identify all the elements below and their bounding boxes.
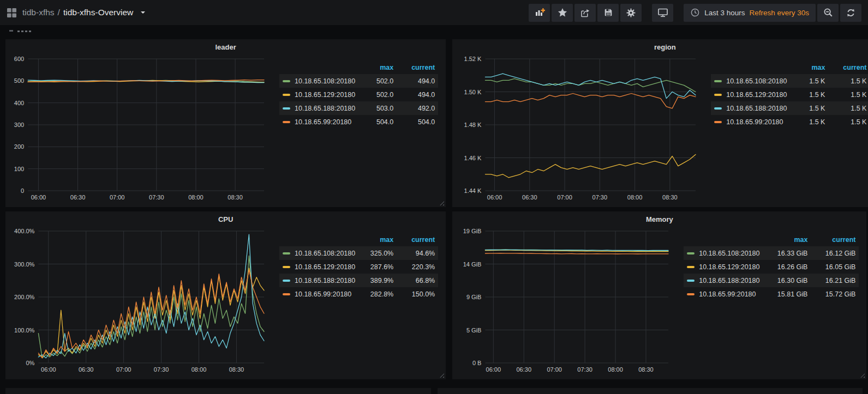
legend-row[interactable]: 10.18.65.188:20180503.0492.0 xyxy=(279,101,438,115)
series-swatch-icon xyxy=(687,293,695,295)
time-picker-button[interactable]: Last 3 hours Refresh every 30s xyxy=(684,4,816,22)
legend-column-current[interactable]: current xyxy=(825,64,868,71)
panel-title-region[interactable]: region xyxy=(458,41,868,53)
y-axis-tick-label: 1.52 K xyxy=(464,56,482,62)
legend-row[interactable]: 10.18.65.99:20180504.0504.0 xyxy=(279,115,438,129)
breadcrumb-dashboard-title[interactable]: tidb-xfhs-Overview xyxy=(63,8,133,17)
legend-column-current[interactable]: current xyxy=(393,236,438,244)
series-name[interactable]: 10.18.65.129:20180 xyxy=(295,91,355,99)
tv-mode-button[interactable] xyxy=(652,4,673,22)
legend-column-max[interactable]: max xyxy=(759,236,807,244)
legend-column-current[interactable]: current xyxy=(807,236,859,244)
legend-row[interactable]: 10.18.65.129:2018016.26 GiB16.05 GiB xyxy=(684,260,859,274)
chart-canvas-region[interactable]: 06:0006:3007:0007:3008:0008:301.44 K1.46… xyxy=(458,53,703,203)
series-name[interactable]: 10.18.65.188:20180 xyxy=(699,277,759,284)
series-name[interactable]: 10.18.65.99:20180 xyxy=(726,118,783,126)
series-current-value: 504.0 xyxy=(393,118,438,126)
legend-row[interactable]: 10.18.65.188:2018016.30 GiB16.21 GiB xyxy=(684,274,859,287)
panel-title-memory[interactable]: Memory xyxy=(458,214,861,226)
series-name[interactable]: 10.18.65.188:20180 xyxy=(726,105,787,112)
x-axis-tick-label: 06:00 xyxy=(487,194,502,201)
series-swatch-icon xyxy=(687,266,695,268)
legend-header: maxcurrent xyxy=(279,61,438,74)
x-axis-tick-label: 07:00 xyxy=(558,194,573,201)
series-name[interactable]: 10.18.65.108:20180 xyxy=(726,77,787,85)
legend-row[interactable]: 10.18.65.99:201801.5 K1.5 K xyxy=(711,115,868,129)
series-swatch-icon xyxy=(283,107,290,110)
panel-cpu: CPU 06:0006:3007:0007:3008:0008:300%100.… xyxy=(5,211,446,379)
add-panel-icon xyxy=(534,7,545,18)
series-max-value: 16.30 GiB xyxy=(759,277,807,284)
legend-row[interactable]: 10.18.65.129:20180502.0494.0 xyxy=(279,88,438,101)
legend-row[interactable]: 10.18.65.108:20180502.0494.0 xyxy=(279,74,438,88)
chart-region[interactable]: 06:0006:3007:0007:3008:0008:301.44 K1.46… xyxy=(458,53,703,203)
series-swatch-icon xyxy=(687,280,695,282)
peek-collapse-icon xyxy=(9,30,13,32)
legend-cpu: maxcurrent10.18.65.108:20180325.0%94.6%1… xyxy=(272,226,440,375)
panel-resize-handle[interactable] xyxy=(440,201,444,205)
legend-column-max[interactable]: max xyxy=(355,64,393,71)
legend-row[interactable]: 10.18.65.99:20180282.8%150.0% xyxy=(279,287,438,301)
star-button[interactable] xyxy=(552,4,573,22)
series-swatch-icon xyxy=(283,121,290,123)
series-line xyxy=(38,234,264,358)
y-axis-tick-label: 0% xyxy=(26,360,34,366)
chart-canvas-leader[interactable]: 06:0006:3007:0007:3008:0008:300100200300… xyxy=(11,53,272,203)
panel-resize-handle[interactable] xyxy=(860,373,865,378)
legend-column-current[interactable]: current xyxy=(393,64,438,71)
chart-memory[interactable]: 06:0006:3007:0007:3008:0008:300 B5 GiB9 … xyxy=(458,226,676,375)
series-max-value: 287.6% xyxy=(355,263,393,271)
series-name[interactable]: 10.18.65.108:20180 xyxy=(295,77,355,85)
chart-canvas-memory[interactable]: 06:0006:3007:0007:3008:0008:300 B5 GiB9 … xyxy=(458,226,676,375)
y-axis-tick-label: 300.0% xyxy=(14,261,35,268)
y-axis-tick-label: 200.0% xyxy=(14,294,35,300)
series-max-value: 16.33 GiB xyxy=(759,250,807,257)
chart-cpu[interactable]: 06:0006:3007:0007:3008:0008:300%100.0%20… xyxy=(11,226,272,375)
legend-row[interactable]: 10.18.65.188:20180389.9%66.8% xyxy=(279,274,438,287)
panel-title-leader[interactable]: leader xyxy=(11,41,440,53)
chart-canvas-cpu[interactable]: 06:0006:3007:0007:3008:0008:300%100.0%20… xyxy=(11,226,272,375)
gear-icon xyxy=(626,8,636,18)
legend-column-max[interactable]: max xyxy=(787,64,825,71)
series-swatch-icon xyxy=(687,252,695,254)
series-name[interactable]: 10.18.65.99:20180 xyxy=(295,118,351,126)
series-name[interactable]: 10.18.65.129:20180 xyxy=(699,263,759,271)
series-swatch-icon xyxy=(283,280,290,282)
series-name[interactable]: 10.18.65.99:20180 xyxy=(699,290,756,298)
legend-row[interactable]: 10.18.65.129:201801.5 K1.5 K xyxy=(711,88,868,101)
series-current-value: 1.5 K xyxy=(825,105,868,112)
panel-title-cpu[interactable]: CPU xyxy=(11,214,440,226)
series-max-value: 504.0 xyxy=(355,118,393,126)
star-icon xyxy=(558,8,567,17)
legend-row[interactable]: 10.18.65.188:201801.5 K1.5 K xyxy=(711,101,868,115)
series-name[interactable]: 10.18.65.129:20180 xyxy=(726,91,787,99)
breadcrumb-folder[interactable]: tidb-xfhs xyxy=(22,8,55,17)
series-name[interactable]: 10.18.65.108:20180 xyxy=(295,250,355,257)
series-name[interactable]: 10.18.65.188:20180 xyxy=(295,277,355,284)
series-name[interactable]: 10.18.65.108:20180 xyxy=(699,250,759,257)
legend-row[interactable]: 10.18.65.129:20180287.6%220.3% xyxy=(279,260,438,274)
refresh-button[interactable] xyxy=(840,4,861,22)
add-panel-button[interactable] xyxy=(529,4,550,22)
series-current-value: 1.5 K xyxy=(825,91,868,99)
series-name[interactable]: 10.18.65.99:20180 xyxy=(295,290,351,298)
legend-row[interactable]: 10.18.65.108:2018016.33 GiB16.12 GiB xyxy=(684,246,859,260)
chart-leader[interactable]: 06:0006:3007:0007:3008:0008:300100200300… xyxy=(11,53,272,203)
zoom-out-button[interactable] xyxy=(817,4,839,22)
series-name[interactable]: 10.18.65.188:20180 xyxy=(295,105,355,112)
legend-row[interactable]: 10.18.65.99:2018015.81 GiB15.72 GiB xyxy=(684,287,859,301)
series-current-value: 16.05 GiB xyxy=(807,263,859,271)
save-icon xyxy=(603,8,613,17)
panel-resize-handle[interactable] xyxy=(440,373,444,378)
breadcrumb[interactable]: tidb-xfhs / tidb-xfhs-Overview xyxy=(7,8,145,18)
settings-button[interactable] xyxy=(620,4,642,22)
x-axis-tick-label: 07:30 xyxy=(149,194,164,201)
series-current-value: 66.8% xyxy=(393,277,438,284)
series-name[interactable]: 10.18.65.129:20180 xyxy=(295,263,355,271)
x-axis-tick-label: 06:00 xyxy=(486,366,501,373)
legend-row[interactable]: 10.18.65.108:201801.5 K1.5 K xyxy=(711,74,868,88)
legend-column-max[interactable]: max xyxy=(355,236,393,244)
legend-row[interactable]: 10.18.65.108:20180325.0%94.6% xyxy=(279,246,438,260)
save-button[interactable] xyxy=(597,4,619,22)
share-button[interactable] xyxy=(574,4,596,22)
